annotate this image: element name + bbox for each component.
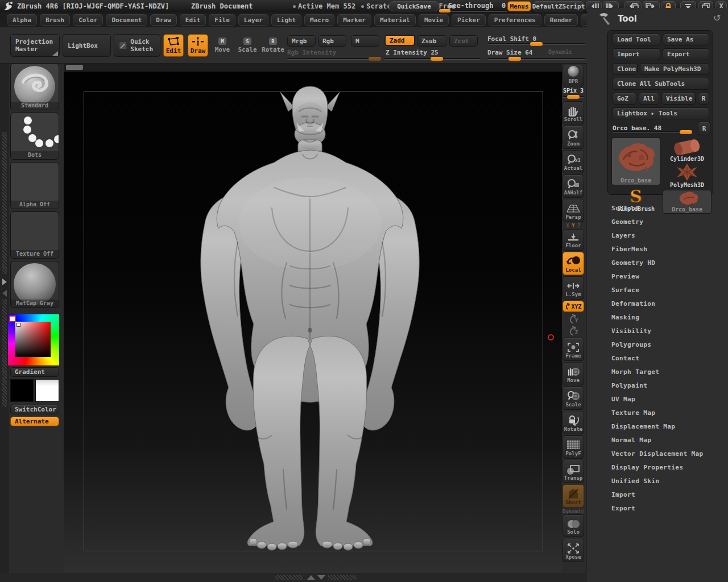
palette-section-header[interactable]: Contact bbox=[587, 351, 728, 365]
edit-button[interactable]: Edit bbox=[163, 34, 184, 57]
xyz-button[interactable]: XYZ bbox=[562, 301, 584, 312]
color-picker-sv-square[interactable] bbox=[15, 322, 51, 357]
current-stroke-thumbnail[interactable]: Dots bbox=[10, 113, 59, 160]
axis-z-toggle[interactable]: Z bbox=[577, 223, 580, 228]
tray-open-arrow-icon[interactable] bbox=[2, 278, 7, 285]
lightbox-button[interactable]: LightBox bbox=[63, 34, 111, 57]
current-alpha-thumbnail[interactable]: Alpha Off bbox=[10, 162, 59, 209]
clone-button[interactable]: Clone bbox=[613, 63, 638, 75]
goz-r-button[interactable]: R bbox=[698, 93, 709, 105]
polyf-button[interactable]: PolyF bbox=[562, 435, 584, 459]
menu-item[interactable]: Color bbox=[73, 14, 103, 26]
switch-color-button[interactable]: SwitchColor bbox=[10, 405, 59, 414]
local-button[interactable]: Local bbox=[562, 252, 584, 275]
palette-section-header[interactable]: Polypaint bbox=[587, 379, 728, 392]
scroll-canvas-button[interactable]: Scroll bbox=[562, 101, 584, 124]
tool-palette-header[interactable]: Tool ↺ bbox=[593, 11, 723, 26]
spix-thumb[interactable] bbox=[567, 95, 580, 99]
scale-button[interactable]: S Scale bbox=[237, 34, 258, 57]
bottom-tray-up-arrow-icon[interactable] bbox=[307, 575, 315, 580]
m-button[interactable]: M bbox=[351, 35, 379, 47]
rotate-button[interactable]: R Rotate bbox=[262, 34, 284, 57]
palette-section-header[interactable]: Morph Target bbox=[587, 365, 728, 379]
palette-section-header[interactable]: Geometry HD bbox=[587, 256, 728, 269]
menu-item[interactable]: Document bbox=[106, 14, 147, 26]
menu-item[interactable]: Picker bbox=[452, 14, 486, 26]
main-color-swatch[interactable] bbox=[10, 379, 34, 402]
alternate-button[interactable]: Alternate bbox=[10, 417, 59, 426]
spix-slider[interactable]: SPix 3 bbox=[562, 88, 585, 100]
scale-gyro-button[interactable]: Scale bbox=[562, 386, 584, 410]
current-brush-thumbnail[interactable]: Standard bbox=[10, 63, 59, 110]
rotate-y-button[interactable]: Y bbox=[566, 314, 580, 325]
gradient-button[interactable]: Gradient bbox=[10, 367, 59, 377]
rgb-intensity-slider[interactable] bbox=[287, 58, 381, 60]
menu-item[interactable]: Draw bbox=[150, 14, 177, 26]
import-button[interactable]: Import bbox=[613, 48, 660, 60]
floor-button[interactable]: Floor bbox=[562, 229, 584, 251]
tool-slot-polymesh3d[interactable]: PolyMesh3D bbox=[663, 163, 712, 189]
menu-item[interactable]: Brush bbox=[40, 14, 70, 26]
current-texture-thumbnail[interactable]: Texture Off bbox=[10, 211, 59, 259]
palette-section-header[interactable]: Texture Map bbox=[587, 406, 728, 419]
draw-button[interactable]: Draw bbox=[188, 34, 208, 57]
menu-item[interactable]: Light bbox=[271, 14, 301, 26]
menu-item[interactable]: Render bbox=[544, 14, 578, 26]
palette-section-header[interactable]: Masking bbox=[587, 310, 728, 324]
menu-item[interactable]: Material bbox=[374, 14, 416, 26]
secondary-color-swatch[interactable] bbox=[35, 379, 59, 402]
palette-reset-icon[interactable]: ↺ bbox=[713, 13, 721, 23]
tray-close-arrow-icon[interactable] bbox=[2, 290, 7, 297]
palette-section-header[interactable]: UV Map bbox=[587, 392, 728, 406]
menu-item[interactable]: Preferences bbox=[489, 14, 541, 26]
move-gyro-button[interactable]: Move bbox=[562, 362, 584, 385]
move-button[interactable]: M Move bbox=[212, 34, 233, 57]
actual-size-button[interactable]: x1 Actual bbox=[562, 150, 584, 173]
solo-button[interactable]: Solo bbox=[562, 514, 584, 537]
palette-section-header[interactable]: Deformation bbox=[587, 297, 728, 310]
menu-item[interactable]: Edit bbox=[180, 14, 206, 26]
bottom-tray-down-arrow-icon[interactable] bbox=[317, 575, 325, 580]
menu-item[interactable]: Macro bbox=[304, 14, 334, 26]
clone-all-subtools-button[interactable]: Clone All SubTools bbox=[613, 78, 709, 90]
palette-section-header[interactable]: Layers bbox=[587, 228, 728, 242]
sculpt-model-orc[interactable] bbox=[64, 72, 562, 573]
palette-section-header[interactable]: FiberMesh bbox=[587, 242, 728, 256]
palette-section-header[interactable]: Unified Skin bbox=[587, 474, 728, 488]
palette-section-header[interactable]: Display Properties bbox=[587, 460, 728, 474]
goz-button[interactable]: GoZ bbox=[613, 93, 636, 105]
load-tool-button[interactable]: Load Tool bbox=[613, 34, 660, 45]
ghost-button[interactable]: Ghost bbox=[562, 484, 584, 508]
floor-axis-toggles[interactable]: X Y Z bbox=[562, 223, 585, 228]
goz-visible-button[interactable]: Visible bbox=[661, 93, 696, 105]
palette-section-header[interactable]: Displacement Map bbox=[587, 419, 728, 433]
palette-section-header[interactable]: Normal Map bbox=[587, 433, 728, 447]
export-button[interactable]: Export bbox=[663, 48, 709, 60]
lightbox-tools-button[interactable]: Lightbox ▸ Tools bbox=[613, 107, 709, 119]
xpose-button[interactable]: Xpose bbox=[562, 539, 584, 562]
canvas-scrollbar[interactable] bbox=[64, 64, 562, 72]
draw-size-thumb[interactable] bbox=[508, 57, 521, 61]
palette-section-header[interactable]: SubTool bbox=[587, 201, 728, 215]
persp-button[interactable]: Persp bbox=[562, 199, 584, 222]
rgb-button[interactable]: Rgb bbox=[318, 35, 346, 47]
zcut-button[interactable]: Zcut bbox=[449, 35, 478, 47]
canvas-scroll-thumb[interactable] bbox=[66, 65, 83, 70]
active-tool-slider[interactable]: Orco_base. 48 bbox=[613, 122, 697, 135]
menus-toggle-button[interactable]: Menus bbox=[507, 1, 531, 11]
zoom-canvas-button[interactable]: Zoom bbox=[562, 126, 584, 149]
transp-button[interactable]: Transp bbox=[562, 460, 584, 483]
current-tool-thumbnail[interactable]: Orco_base bbox=[611, 138, 660, 185]
zsub-button[interactable]: Zsub bbox=[417, 35, 446, 47]
zadd-button[interactable]: Zadd bbox=[384, 35, 415, 46]
palette-section-header[interactable]: Preview bbox=[587, 269, 728, 283]
active-tool-thumb[interactable] bbox=[680, 130, 692, 134]
active-tool-r-button[interactable]: R bbox=[698, 122, 710, 135]
palette-section-header[interactable]: Surface bbox=[587, 283, 728, 297]
quick-sketch-button[interactable]: Quick Sketch bbox=[114, 34, 160, 57]
color-picker[interactable] bbox=[8, 314, 59, 365]
menu-item[interactable]: Marker bbox=[337, 14, 371, 26]
default-zscript-button[interactable]: DefaultZScript bbox=[533, 1, 584, 11]
focal-shift-thumb[interactable] bbox=[530, 42, 543, 46]
make-polymesh3d-button[interactable]: Make PolyMesh3D bbox=[640, 63, 709, 75]
